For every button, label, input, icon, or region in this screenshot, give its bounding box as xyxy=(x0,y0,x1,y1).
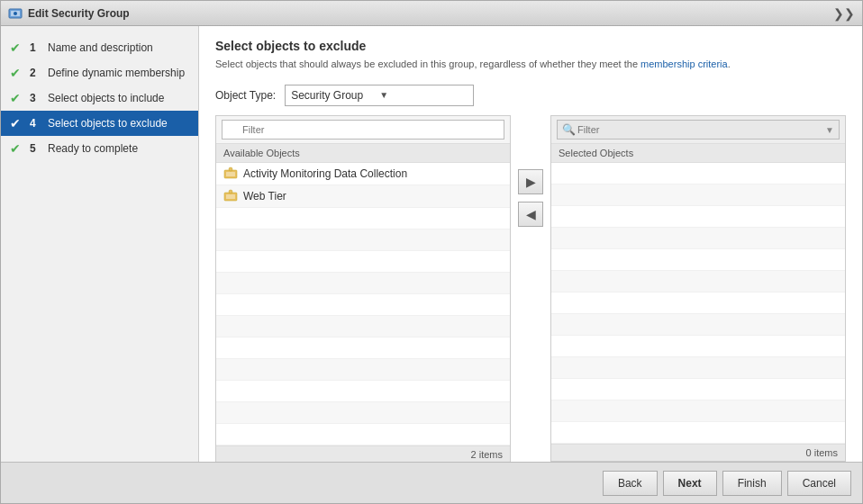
empty-row xyxy=(216,251,510,273)
page-title: Select objects to exclude xyxy=(215,39,846,53)
move-left-button[interactable]: ◀ xyxy=(518,202,543,227)
empty-row xyxy=(216,294,510,316)
available-filter-bar: 🔍 xyxy=(216,116,510,144)
page-description-text: Select objects that should always be exc… xyxy=(215,58,638,69)
object-type-label: Object Type: xyxy=(215,89,276,102)
content-area: Select objects to exclude Select objects… xyxy=(199,26,862,462)
back-button[interactable]: Back xyxy=(603,471,658,496)
window-title: Edit Security Group xyxy=(28,7,130,20)
empty-row xyxy=(216,424,510,446)
empty-row xyxy=(551,400,845,422)
empty-row xyxy=(216,338,510,359)
svg-point-2 xyxy=(14,12,17,15)
empty-row xyxy=(551,206,845,228)
check-icon-step5: ✔ xyxy=(10,141,24,156)
available-item-label-1: Activity Monitoring Data Collection xyxy=(243,167,407,180)
empty-row xyxy=(216,316,510,338)
empty-row xyxy=(216,381,510,402)
membership-criteria-link[interactable]: membership criteria xyxy=(640,58,728,69)
empty-row xyxy=(551,184,845,206)
available-objects-list: Activity Monitoring Data Collection Web … xyxy=(216,163,510,446)
empty-row xyxy=(551,271,845,292)
check-icon-step3: ✔ xyxy=(10,91,24,105)
sidebar-item-step1[interactable]: ✔ 1 Name and description xyxy=(1,35,198,60)
empty-row xyxy=(551,163,845,184)
object-type-value: Security Group xyxy=(291,89,379,102)
finish-button[interactable]: Finish xyxy=(722,471,782,496)
sidebar: ✔ 1 Name and description ✔ 2 Define dyna… xyxy=(1,26,199,462)
expand-icon[interactable]: ❯❯ xyxy=(833,6,855,21)
object-type-row: Object Type: Security Group ▼ xyxy=(215,85,846,106)
empty-row xyxy=(551,314,845,336)
page-description: Select objects that should always be exc… xyxy=(215,57,846,72)
selected-filter-bar: 🔍 ▼ xyxy=(551,116,845,144)
sidebar-item-step4[interactable]: ✔ 4 Select objects to exclude xyxy=(1,111,198,136)
sidebar-label-step3: Select objects to include xyxy=(48,92,164,104)
check-icon-step2: ✔ xyxy=(10,66,24,80)
sidebar-item-step3[interactable]: ✔ 3 Select objects to include xyxy=(1,86,198,111)
security-group-item-icon xyxy=(223,166,238,181)
step-num-4: 4 xyxy=(30,117,42,130)
title-bar: Edit Security Group ❯❯ xyxy=(1,1,862,26)
empty-row xyxy=(216,359,510,381)
selected-filter-wrapper: 🔍 ▼ xyxy=(557,120,840,140)
sidebar-label-step5: Ready to complete xyxy=(48,142,138,155)
svg-point-5 xyxy=(229,167,232,171)
footer-bar: Back Next Finish Cancel xyxy=(1,462,862,503)
transfer-area: 🔍 Available Objects xyxy=(215,115,846,463)
available-objects-header: Available Objects xyxy=(216,144,510,163)
cancel-button[interactable]: Cancel xyxy=(787,471,851,496)
selected-objects-panel: 🔍 ▼ Selected Objects xyxy=(550,115,846,462)
empty-row xyxy=(216,230,510,251)
list-item[interactable]: Activity Monitoring Data Collection xyxy=(216,163,510,185)
empty-row xyxy=(551,357,845,379)
empty-row xyxy=(551,249,845,271)
move-right-button[interactable]: ▶ xyxy=(518,169,543,194)
edit-security-group-window: Edit Security Group ❯❯ ✔ 1 Name and desc… xyxy=(0,0,863,504)
step-num-2: 2 xyxy=(30,67,42,79)
svg-rect-4 xyxy=(226,172,235,176)
empty-row xyxy=(551,336,845,357)
step-num-5: 5 xyxy=(30,142,42,155)
svg-point-8 xyxy=(229,190,232,194)
empty-row xyxy=(216,273,510,294)
empty-row xyxy=(551,292,845,314)
empty-row xyxy=(551,379,845,400)
title-bar-right: ❯❯ xyxy=(833,6,855,21)
window-icon xyxy=(8,6,23,21)
empty-row xyxy=(551,422,845,444)
available-filter-input[interactable] xyxy=(222,120,504,140)
dropdown-arrow-icon: ▼ xyxy=(379,90,468,100)
list-item[interactable]: Web Tier xyxy=(216,185,510,208)
sidebar-label-step4: Select objects to exclude xyxy=(48,117,168,130)
selected-objects-list xyxy=(551,163,845,444)
security-group-item-icon-2 xyxy=(223,189,238,203)
object-type-select[interactable]: Security Group ▼ xyxy=(285,85,474,106)
selected-filter-input[interactable] xyxy=(557,120,840,140)
empty-row xyxy=(551,228,845,249)
step-num-3: 3 xyxy=(30,92,42,104)
selected-count: 0 items xyxy=(551,444,845,461)
check-icon-step1: ✔ xyxy=(10,40,24,55)
sidebar-label-step2: Define dynamic membership xyxy=(48,67,185,79)
available-filter-wrapper: 🔍 xyxy=(222,120,504,140)
step-num-1: 1 xyxy=(30,41,42,54)
available-objects-panel: 🔍 Available Objects xyxy=(215,115,511,463)
transfer-buttons: ▶ ◀ xyxy=(518,115,543,227)
empty-row xyxy=(216,208,510,230)
main-content: ✔ 1 Name and description ✔ 2 Define dyna… xyxy=(1,26,862,462)
sidebar-item-step2[interactable]: ✔ 2 Define dynamic membership xyxy=(1,60,198,86)
next-button[interactable]: Next xyxy=(663,471,717,496)
check-icon-step4: ✔ xyxy=(10,116,24,130)
sidebar-label-step1: Name and description xyxy=(48,41,153,54)
selected-objects-header: Selected Objects xyxy=(551,144,845,163)
available-item-label-2: Web Tier xyxy=(243,190,286,202)
sidebar-item-step5[interactable]: ✔ 5 Ready to complete xyxy=(1,136,198,161)
available-count: 2 items xyxy=(216,446,510,463)
empty-row xyxy=(216,402,510,424)
svg-rect-7 xyxy=(226,194,235,199)
